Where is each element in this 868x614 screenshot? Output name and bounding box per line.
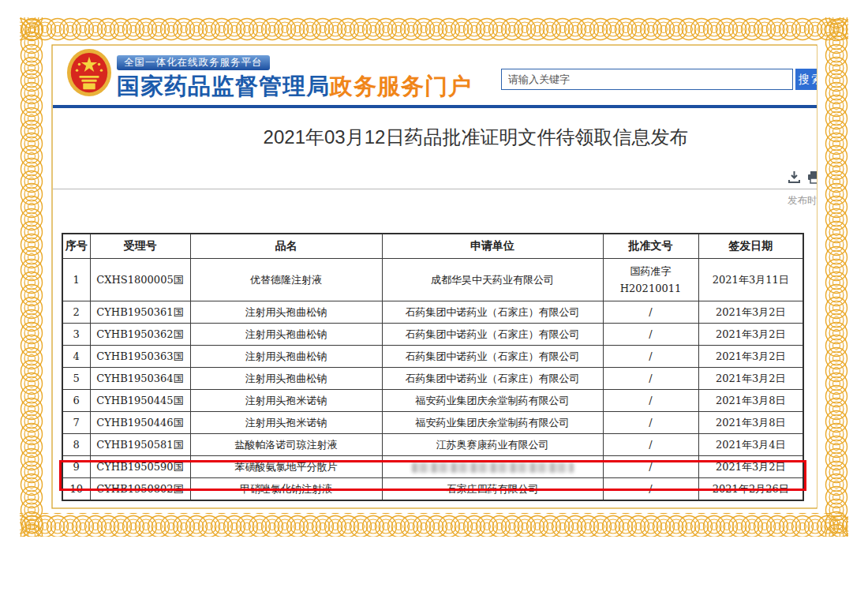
cell-applicant: 福安药业集团庆余堂制药有限公司 [382, 390, 603, 412]
site-title: 国家药品监督管理局政务服务门户 [117, 71, 472, 103]
approval-line: H20210011 [605, 280, 697, 298]
cell-acceptance-no: CYHB1950364国 [90, 368, 190, 390]
cell-serial-no: 9 [62, 456, 90, 478]
cell-product-name: 优替德隆注射液 [190, 259, 382, 301]
cell-serial-no: 7 [62, 412, 90, 434]
cell-acceptance-no: CYHB1950361国 [90, 301, 190, 324]
cell-product-name: 注射用头孢米诺钠 [190, 412, 382, 434]
results-table: 序号受理号品名申请单位批准文号签发日期 1CXHS1800005国优替德隆注射液… [62, 233, 804, 501]
national-emblem-logo [66, 47, 112, 99]
cell-serial-no: 3 [62, 324, 90, 346]
table-row: 8CYHB1950581国盐酸帕洛诺司琼注射液江苏奥赛康药业有限公司/2021年… [62, 434, 803, 456]
cell-issue-date: 2021年2月26日 [698, 478, 803, 501]
cell-applicant: 石药集团中诺药业（石家庄）有限公司 [382, 301, 603, 324]
column-header: 申请单位 [382, 234, 603, 259]
cell-product-name: 注射用头孢曲松钠 [190, 368, 382, 390]
cell-acceptance-no: CYHB1950590国 [90, 456, 190, 478]
article-actions [788, 170, 817, 184]
download-icon[interactable] [788, 170, 801, 184]
search-button[interactable]: 搜索 [795, 69, 817, 90]
cell-serial-no: 5 [62, 368, 90, 390]
cell-product-name: 注射用头孢曲松钠 [190, 301, 382, 324]
cell-serial-no: 10 [62, 478, 90, 501]
search-input[interactable] [501, 69, 793, 90]
title-divider [53, 189, 817, 189]
site-suffix: 政务服务门户 [330, 73, 472, 99]
cell-serial-no: 2 [62, 301, 90, 324]
table-row: 5CYHB1950364国注射用头孢曲松钠石药集团中诺药业（石家庄）有限公司/2… [62, 368, 803, 390]
cell-approval-no: / [603, 346, 698, 368]
cell-acceptance-no: CYHB1950362国 [90, 324, 190, 346]
page-content: 全国一体化在线政务服务平台 国家药品监督管理局政务服务门户 搜索 2021年03… [53, 46, 817, 507]
cell-applicant [382, 456, 603, 478]
cell-issue-date: 2021年3月2日 [698, 346, 803, 368]
table-row-highlighted: 9CYHB1950590国苯磺酸氨氯地平分散片/2021年3月2日 [62, 456, 803, 478]
cell-approval-no: 国药准字H20210011 [603, 259, 698, 301]
cell-issue-date: 2021年3月8日 [698, 390, 803, 412]
cell-product-name: 盐酸帕洛诺司琼注射液 [190, 434, 382, 456]
cell-applicant: 石药集团中诺药业（石家庄）有限公司 [382, 368, 603, 390]
cell-applicant: 福安药业集团庆余堂制药有限公司 [382, 412, 603, 434]
cell-product-name: 苯磺酸氨氯地平分散片 [190, 456, 382, 478]
column-header: 序号 [62, 234, 90, 259]
column-header: 签发日期 [698, 234, 803, 259]
cell-approval-no: / [603, 324, 698, 346]
table-row: 3CYHB1950362国注射用头孢曲松钠石药集团中诺药业（石家庄）有限公司/2… [62, 324, 803, 346]
cell-serial-no: 8 [62, 434, 90, 456]
cell-issue-date: 2021年3月2日 [698, 456, 803, 478]
cell-applicant: 石家庄四药有限公司 [382, 478, 603, 501]
table-body: 1CXHS1800005国优替德隆注射液成都华昊中天药业有限公司国药准字H202… [62, 259, 803, 501]
cell-product-name: 注射用头孢曲松钠 [190, 324, 382, 346]
cell-approval-no: / [603, 478, 698, 501]
approval-line: 国药准字 [605, 263, 697, 280]
cell-product-name: 注射用头孢曲松钠 [190, 346, 382, 368]
column-header: 品名 [190, 234, 382, 259]
cell-acceptance-no: CYHB1950581国 [90, 434, 190, 456]
table-row: 10CYHB1950802国甲硝唑氯化钠注射液石家庄四药有限公司/2021年2月… [62, 478, 803, 501]
cell-applicant: 江苏奥赛康药业有限公司 [382, 434, 603, 456]
cell-applicant: 石药集团中诺药业（石家庄）有限公司 [382, 324, 603, 346]
column-header: 受理号 [90, 234, 190, 259]
cell-issue-date: 2021年3月11日 [698, 259, 803, 301]
cell-acceptance-no: CXHS1800005国 [90, 259, 190, 301]
cell-acceptance-no: CYHB1950802国 [90, 478, 190, 501]
cell-approval-no: / [603, 368, 698, 390]
table-row: 1CXHS1800005国优替德隆注射液成都华昊中天药业有限公司国药准字H202… [62, 259, 803, 301]
table-row: 4CYHB1950363国注射用头孢曲松钠石药集团中诺药业（石家庄）有限公司/2… [62, 346, 803, 368]
redacted-applicant [412, 462, 574, 473]
print-icon[interactable] [807, 170, 817, 184]
cell-serial-no: 4 [62, 346, 90, 368]
table-row: 6CYHB1950445国注射用头孢米诺钠福安药业集团庆余堂制药有限公司/202… [62, 390, 803, 412]
cell-approval-no: / [603, 390, 698, 412]
cell-applicant: 成都华昊中天药业有限公司 [382, 259, 603, 301]
table-row: 2CYHB1950361国注射用头孢曲松钠石药集团中诺药业（石家庄）有限公司/2… [62, 301, 803, 324]
cell-issue-date: 2021年3月2日 [698, 368, 803, 390]
cell-issue-date: 2021年3月8日 [698, 412, 803, 434]
cell-serial-no: 1 [62, 259, 90, 301]
page: 全国一体化在线政务服务平台 国家药品监督管理局政务服务门户 搜索 2021年03… [0, 0, 868, 614]
cell-approval-no: / [603, 412, 698, 434]
cell-acceptance-no: CYHB1950363国 [90, 346, 190, 368]
table-row: 7CYHB1950446国注射用头孢米诺钠福安药业集团庆余堂制药有限公司/202… [62, 412, 803, 434]
cell-product-name: 注射用头孢米诺钠 [190, 390, 382, 412]
table-container: 序号受理号品名申请单位批准文号签发日期 1CXHS1800005国优替德隆注射液… [62, 233, 804, 501]
cell-issue-date: 2021年3月2日 [698, 324, 803, 346]
cell-issue-date: 2021年3月2日 [698, 301, 803, 324]
cell-approval-no: / [603, 301, 698, 324]
table-header-row: 序号受理号品名申请单位批准文号签发日期 [62, 234, 803, 259]
cell-serial-no: 6 [62, 390, 90, 412]
platform-badge: 全国一体化在线政务服务平台 [117, 55, 270, 70]
site-name: 国家药品监督管理局 [117, 73, 330, 99]
cell-approval-no: / [603, 434, 698, 456]
publish-time-label: 发布时间 [788, 194, 817, 208]
cell-approval-no: / [603, 456, 698, 478]
column-header: 批准文号 [603, 234, 698, 259]
page-title: 2021年03月12日药品批准证明文件待领取信息发布 [53, 125, 817, 150]
cell-product-name: 甲硝唑氯化钠注射液 [190, 478, 382, 501]
cell-acceptance-no: CYHB1950445国 [90, 390, 190, 412]
cell-issue-date: 2021年3月4日 [698, 434, 803, 456]
header-divider [53, 105, 817, 108]
cell-acceptance-no: CYHB1950446国 [90, 412, 190, 434]
cell-applicant: 石药集团中诺药业（石家庄）有限公司 [382, 346, 603, 368]
